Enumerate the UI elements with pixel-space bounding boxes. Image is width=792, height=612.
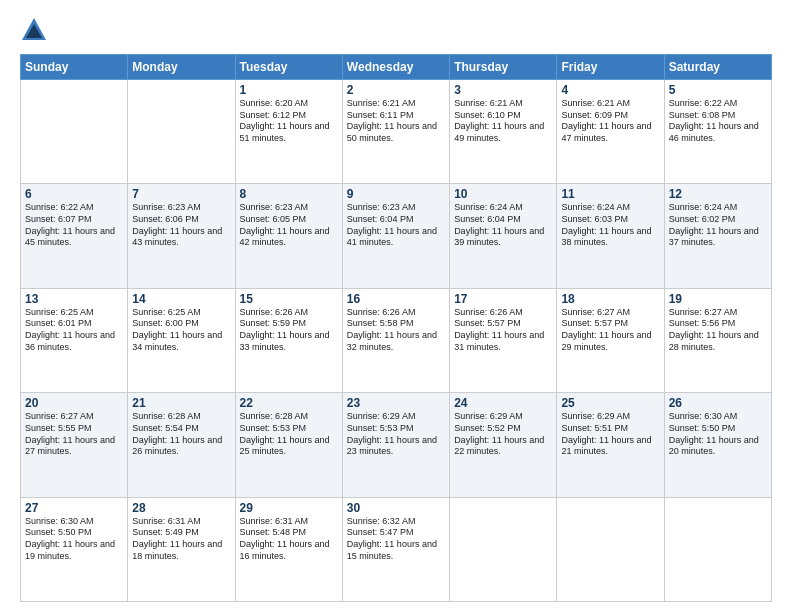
cell-info: Sunrise: 6:29 AM Sunset: 5:52 PM Dayligh… <box>454 411 552 458</box>
day-number: 30 <box>347 501 445 515</box>
cell-info: Sunrise: 6:28 AM Sunset: 5:54 PM Dayligh… <box>132 411 230 458</box>
calendar-cell: 14Sunrise: 6:25 AM Sunset: 6:00 PM Dayli… <box>128 288 235 392</box>
calendar-cell: 17Sunrise: 6:26 AM Sunset: 5:57 PM Dayli… <box>450 288 557 392</box>
calendar-cell: 6Sunrise: 6:22 AM Sunset: 6:07 PM Daylig… <box>21 184 128 288</box>
logo <box>20 16 52 44</box>
calendar-cell: 22Sunrise: 6:28 AM Sunset: 5:53 PM Dayli… <box>235 393 342 497</box>
page: SundayMondayTuesdayWednesdayThursdayFrid… <box>0 0 792 612</box>
calendar-cell: 24Sunrise: 6:29 AM Sunset: 5:52 PM Dayli… <box>450 393 557 497</box>
calendar-cell: 7Sunrise: 6:23 AM Sunset: 6:06 PM Daylig… <box>128 184 235 288</box>
calendar-cell: 21Sunrise: 6:28 AM Sunset: 5:54 PM Dayli… <box>128 393 235 497</box>
day-number: 3 <box>454 83 552 97</box>
cell-info: Sunrise: 6:26 AM Sunset: 5:59 PM Dayligh… <box>240 307 338 354</box>
calendar-cell <box>21 80 128 184</box>
header <box>20 16 772 44</box>
day-number: 17 <box>454 292 552 306</box>
calendar-table: SundayMondayTuesdayWednesdayThursdayFrid… <box>20 54 772 602</box>
calendar-header-sunday: Sunday <box>21 55 128 80</box>
day-number: 18 <box>561 292 659 306</box>
cell-info: Sunrise: 6:20 AM Sunset: 6:12 PM Dayligh… <box>240 98 338 145</box>
calendar-cell: 18Sunrise: 6:27 AM Sunset: 5:57 PM Dayli… <box>557 288 664 392</box>
day-number: 14 <box>132 292 230 306</box>
cell-info: Sunrise: 6:30 AM Sunset: 5:50 PM Dayligh… <box>25 516 123 563</box>
calendar-cell: 16Sunrise: 6:26 AM Sunset: 5:58 PM Dayli… <box>342 288 449 392</box>
day-number: 4 <box>561 83 659 97</box>
calendar-cell: 20Sunrise: 6:27 AM Sunset: 5:55 PM Dayli… <box>21 393 128 497</box>
cell-info: Sunrise: 6:23 AM Sunset: 6:06 PM Dayligh… <box>132 202 230 249</box>
cell-info: Sunrise: 6:21 AM Sunset: 6:09 PM Dayligh… <box>561 98 659 145</box>
day-number: 10 <box>454 187 552 201</box>
cell-info: Sunrise: 6:26 AM Sunset: 5:57 PM Dayligh… <box>454 307 552 354</box>
calendar-cell: 30Sunrise: 6:32 AM Sunset: 5:47 PM Dayli… <box>342 497 449 601</box>
day-number: 12 <box>669 187 767 201</box>
cell-info: Sunrise: 6:27 AM Sunset: 5:55 PM Dayligh… <box>25 411 123 458</box>
cell-info: Sunrise: 6:25 AM Sunset: 6:00 PM Dayligh… <box>132 307 230 354</box>
calendar-cell: 27Sunrise: 6:30 AM Sunset: 5:50 PM Dayli… <box>21 497 128 601</box>
calendar-week-row: 1Sunrise: 6:20 AM Sunset: 6:12 PM Daylig… <box>21 80 772 184</box>
cell-info: Sunrise: 6:27 AM Sunset: 5:57 PM Dayligh… <box>561 307 659 354</box>
day-number: 20 <box>25 396 123 410</box>
calendar-cell <box>557 497 664 601</box>
cell-info: Sunrise: 6:31 AM Sunset: 5:48 PM Dayligh… <box>240 516 338 563</box>
calendar-week-row: 20Sunrise: 6:27 AM Sunset: 5:55 PM Dayli… <box>21 393 772 497</box>
calendar-cell: 9Sunrise: 6:23 AM Sunset: 6:04 PM Daylig… <box>342 184 449 288</box>
calendar-cell: 26Sunrise: 6:30 AM Sunset: 5:50 PM Dayli… <box>664 393 771 497</box>
day-number: 9 <box>347 187 445 201</box>
cell-info: Sunrise: 6:31 AM Sunset: 5:49 PM Dayligh… <box>132 516 230 563</box>
cell-info: Sunrise: 6:21 AM Sunset: 6:10 PM Dayligh… <box>454 98 552 145</box>
cell-info: Sunrise: 6:24 AM Sunset: 6:02 PM Dayligh… <box>669 202 767 249</box>
calendar-cell: 4Sunrise: 6:21 AM Sunset: 6:09 PM Daylig… <box>557 80 664 184</box>
calendar-cell: 15Sunrise: 6:26 AM Sunset: 5:59 PM Dayli… <box>235 288 342 392</box>
day-number: 25 <box>561 396 659 410</box>
cell-info: Sunrise: 6:32 AM Sunset: 5:47 PM Dayligh… <box>347 516 445 563</box>
calendar-cell: 2Sunrise: 6:21 AM Sunset: 6:11 PM Daylig… <box>342 80 449 184</box>
cell-info: Sunrise: 6:27 AM Sunset: 5:56 PM Dayligh… <box>669 307 767 354</box>
calendar-cell: 23Sunrise: 6:29 AM Sunset: 5:53 PM Dayli… <box>342 393 449 497</box>
day-number: 24 <box>454 396 552 410</box>
calendar-cell: 10Sunrise: 6:24 AM Sunset: 6:04 PM Dayli… <box>450 184 557 288</box>
calendar-cell: 5Sunrise: 6:22 AM Sunset: 6:08 PM Daylig… <box>664 80 771 184</box>
cell-info: Sunrise: 6:25 AM Sunset: 6:01 PM Dayligh… <box>25 307 123 354</box>
cell-info: Sunrise: 6:30 AM Sunset: 5:50 PM Dayligh… <box>669 411 767 458</box>
calendar-cell: 12Sunrise: 6:24 AM Sunset: 6:02 PM Dayli… <box>664 184 771 288</box>
calendar-header-row: SundayMondayTuesdayWednesdayThursdayFrid… <box>21 55 772 80</box>
day-number: 8 <box>240 187 338 201</box>
cell-info: Sunrise: 6:23 AM Sunset: 6:05 PM Dayligh… <box>240 202 338 249</box>
calendar-cell: 19Sunrise: 6:27 AM Sunset: 5:56 PM Dayli… <box>664 288 771 392</box>
logo-icon <box>20 16 48 44</box>
cell-info: Sunrise: 6:29 AM Sunset: 5:51 PM Dayligh… <box>561 411 659 458</box>
day-number: 27 <box>25 501 123 515</box>
calendar-header-tuesday: Tuesday <box>235 55 342 80</box>
day-number: 2 <box>347 83 445 97</box>
calendar-header-wednesday: Wednesday <box>342 55 449 80</box>
day-number: 28 <box>132 501 230 515</box>
calendar-cell <box>450 497 557 601</box>
day-number: 15 <box>240 292 338 306</box>
calendar-cell <box>128 80 235 184</box>
cell-info: Sunrise: 6:28 AM Sunset: 5:53 PM Dayligh… <box>240 411 338 458</box>
cell-info: Sunrise: 6:22 AM Sunset: 6:08 PM Dayligh… <box>669 98 767 145</box>
day-number: 5 <box>669 83 767 97</box>
day-number: 23 <box>347 396 445 410</box>
day-number: 21 <box>132 396 230 410</box>
calendar-header-saturday: Saturday <box>664 55 771 80</box>
day-number: 13 <box>25 292 123 306</box>
calendar-cell: 11Sunrise: 6:24 AM Sunset: 6:03 PM Dayli… <box>557 184 664 288</box>
calendar-cell: 28Sunrise: 6:31 AM Sunset: 5:49 PM Dayli… <box>128 497 235 601</box>
cell-info: Sunrise: 6:26 AM Sunset: 5:58 PM Dayligh… <box>347 307 445 354</box>
cell-info: Sunrise: 6:21 AM Sunset: 6:11 PM Dayligh… <box>347 98 445 145</box>
calendar-cell: 8Sunrise: 6:23 AM Sunset: 6:05 PM Daylig… <box>235 184 342 288</box>
day-number: 16 <box>347 292 445 306</box>
calendar-cell: 25Sunrise: 6:29 AM Sunset: 5:51 PM Dayli… <box>557 393 664 497</box>
cell-info: Sunrise: 6:24 AM Sunset: 6:04 PM Dayligh… <box>454 202 552 249</box>
cell-info: Sunrise: 6:24 AM Sunset: 6:03 PM Dayligh… <box>561 202 659 249</box>
calendar-header-monday: Monday <box>128 55 235 80</box>
cell-info: Sunrise: 6:22 AM Sunset: 6:07 PM Dayligh… <box>25 202 123 249</box>
calendar-cell: 3Sunrise: 6:21 AM Sunset: 6:10 PM Daylig… <box>450 80 557 184</box>
day-number: 19 <box>669 292 767 306</box>
day-number: 7 <box>132 187 230 201</box>
calendar-cell <box>664 497 771 601</box>
calendar-header-friday: Friday <box>557 55 664 80</box>
calendar-cell: 1Sunrise: 6:20 AM Sunset: 6:12 PM Daylig… <box>235 80 342 184</box>
calendar-cell: 13Sunrise: 6:25 AM Sunset: 6:01 PM Dayli… <box>21 288 128 392</box>
